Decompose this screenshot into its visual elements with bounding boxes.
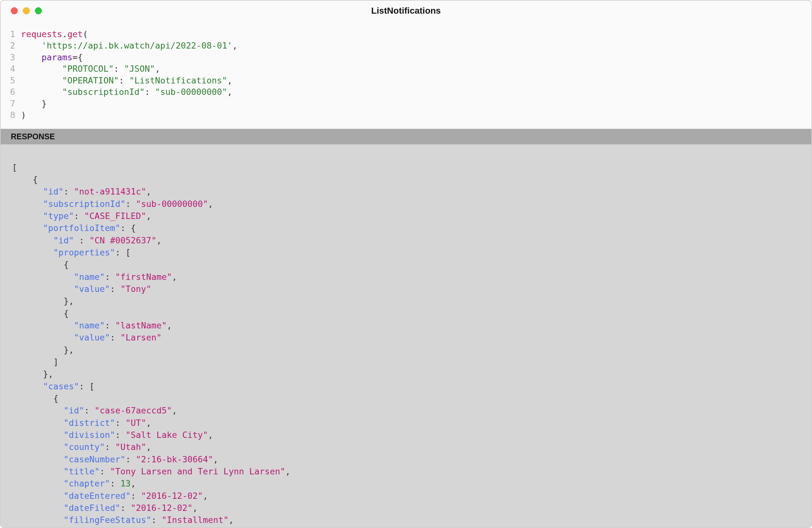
response-body[interactable]: [ { "id": "not-a911431c", "subscriptionI… — [1, 144, 811, 528]
code-token: , — [155, 64, 160, 74]
line-number: 2 — [1, 40, 21, 52]
line-number: 1 — [1, 29, 21, 40]
json-token: 13 — [120, 479, 131, 488]
code-token: ( — [83, 29, 88, 39]
json-token: "Tony Larsen and Teri Lynn Larsen" — [110, 467, 286, 476]
json-token: "dateFiled" — [64, 503, 120, 513]
json-token: "Salt Lake City" — [126, 430, 208, 440]
code-token: : — [114, 64, 124, 74]
code-token: { — [78, 52, 83, 62]
line-number: 6 — [1, 86, 21, 98]
json-token: "UT" — [126, 418, 146, 428]
traffic-lights — [11, 7, 42, 14]
window-title: ListNotifications — [8, 6, 804, 16]
json-token: "CN #0052637" — [89, 236, 156, 245]
json-token: "portfolioItem" — [43, 223, 120, 233]
close-icon[interactable] — [11, 7, 18, 14]
code-token: "ListNotifications" — [129, 75, 227, 85]
json-token: { — [33, 174, 38, 184]
json-token: "name" — [74, 320, 105, 330]
code-token: ) — [21, 110, 26, 120]
json-token: "name" — [74, 272, 105, 282]
code-token: , — [232, 41, 237, 51]
code-token: } — [42, 99, 47, 109]
json-token: "2016-12-02" — [131, 503, 192, 513]
json-token: "chapter" — [64, 479, 110, 488]
json-token: "lastName" — [115, 320, 167, 330]
json-token: "type" — [43, 211, 74, 221]
minimize-icon[interactable] — [23, 7, 30, 14]
code-token: "OPERATION" — [62, 75, 119, 85]
json-token: "value" — [74, 284, 110, 294]
json-token: "caseNumber" — [64, 454, 126, 464]
code-token: . — [62, 29, 67, 39]
line-number: 8 — [1, 110, 21, 121]
code-token: requests — [21, 29, 62, 39]
json-token: "title" — [64, 467, 100, 476]
line-number: 5 — [1, 75, 21, 86]
json-token: "cases" — [43, 381, 79, 391]
json-token: "Tony" — [120, 284, 151, 294]
response-header: RESPONSE — [1, 129, 811, 144]
line-number: 7 — [1, 98, 21, 110]
json-token: "sub-00000000" — [136, 199, 208, 209]
code-token: params — [42, 52, 73, 62]
code-token: , — [227, 75, 232, 85]
line-number: 4 — [1, 63, 21, 74]
json-token: "case-67aeccd5" — [95, 405, 172, 415]
json-token: "filingFeeStatus" — [64, 515, 151, 525]
json-token: "Utah" — [115, 442, 146, 452]
line-number: 3 — [1, 52, 21, 63]
json-token: "value" — [74, 332, 110, 342]
json-token: "district" — [64, 418, 115, 428]
code-token: "PROTOCOL" — [62, 64, 114, 74]
json-token: "firstName" — [115, 272, 172, 282]
json-token: "division" — [64, 430, 115, 440]
code-token: 'https://api.bk.watch/api/2022-08-01' — [42, 41, 232, 51]
json-token: "dateEntered" — [64, 491, 131, 501]
code-token: get — [67, 29, 83, 39]
json-token: "2016-12-02" — [141, 491, 203, 501]
json-token: "county" — [64, 442, 105, 452]
code-token: , — [227, 87, 232, 97]
json-token: "id" — [43, 187, 64, 196]
window: ListNotifications 1 requests.get( 2 'htt… — [0, 0, 812, 528]
code-token: : — [119, 75, 129, 85]
json-token: "id" — [53, 236, 74, 245]
json-token: "not-a911431c" — [74, 187, 146, 196]
json-token: "2:16-bk-30664" — [136, 454, 213, 464]
json-token: "Larsen" — [120, 332, 161, 342]
json-token: "Installment" — [161, 515, 228, 525]
json-token: "CASE_FILED" — [84, 211, 146, 221]
json-token: "subscriptionId" — [43, 199, 126, 209]
json-token: [ — [12, 162, 17, 172]
json-token: "properties" — [53, 247, 115, 257]
code-token: = — [73, 52, 78, 62]
code-token: "sub-00000000" — [155, 87, 228, 97]
code-editor[interactable]: 1 requests.get( 2 'https://api.bk.watch/… — [1, 21, 811, 129]
code-token: : — [145, 87, 155, 97]
code-token: "JSON" — [124, 64, 155, 74]
code-token: "subscriptionId" — [62, 87, 145, 97]
json-token: "id" — [64, 405, 84, 415]
maximize-icon[interactable] — [35, 7, 42, 14]
titlebar: ListNotifications — [1, 1, 811, 21]
